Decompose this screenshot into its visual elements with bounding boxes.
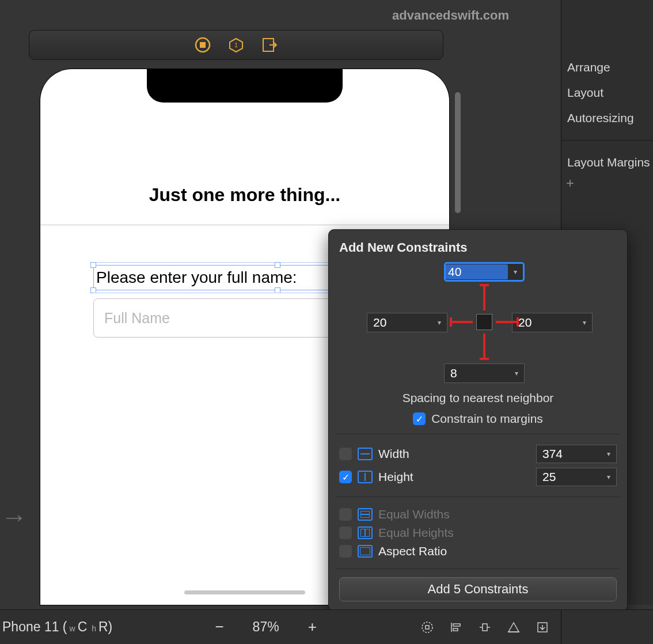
svg-rect-8 — [453, 624, 460, 626]
aspect-ratio-label: Aspect Ratio — [378, 544, 617, 558]
constrain-margins-label: Constrain to margins — [431, 412, 543, 426]
resize-handle[interactable] — [90, 262, 96, 268]
chevron-down-icon[interactable]: ▾ — [601, 450, 616, 458]
popover-separator — [336, 434, 620, 434]
add-constraints-button[interactable]: Add 5 Constraints — [339, 577, 617, 601]
chevron-down-icon[interactable]: ▾ — [509, 369, 524, 377]
strut-cap-icon — [517, 317, 519, 327]
inspector-margins-row[interactable]: Layout Margins — [561, 150, 653, 175]
height-value: 25 — [537, 470, 601, 484]
width-label: Width — [378, 447, 530, 461]
strut-cap-icon — [450, 317, 452, 327]
height-value-field[interactable]: 25 ▾ — [536, 468, 617, 486]
svg-rect-10 — [483, 624, 487, 631]
svg-rect-1 — [200, 42, 206, 48]
pin-strut-bottom[interactable] — [483, 334, 485, 359]
zoom-in-button[interactable]: + — [308, 618, 317, 636]
size-class-h: h — [89, 624, 96, 633]
pin-spacing-area: 40 ▾ 20 ▾ 20 ▾ 8 ▾ — [335, 262, 621, 389]
stop-debug-icon[interactable] — [194, 36, 211, 54]
zoom-level[interactable]: 87% — [253, 619, 279, 635]
width-value-field[interactable]: 374 ▾ — [536, 445, 617, 463]
popover-title: Add New Constraints — [335, 240, 621, 262]
aspect-ratio-icon — [358, 545, 373, 558]
height-checkbox[interactable]: ✓ — [339, 471, 352, 483]
pin-strut-right[interactable] — [496, 321, 518, 323]
popover-separator — [336, 569, 620, 569]
textfield-placeholder: Full Name — [104, 310, 170, 327]
width-checkbox[interactable] — [339, 448, 352, 460]
inspector-add-icon[interactable]: + — [561, 175, 653, 191]
zoom-out-button[interactable]: − — [215, 618, 223, 636]
inspector-bottom-strip — [561, 609, 653, 644]
svg-rect-9 — [453, 628, 458, 631]
nav-title-label: Just one more thing... — [40, 184, 449, 206]
left-spacing-value: 20 — [367, 316, 432, 329]
pin-icon[interactable] — [477, 619, 493, 635]
pin-strut-top[interactable] — [483, 285, 485, 310]
strut-cap-icon — [480, 358, 489, 360]
popover-separator — [336, 497, 620, 497]
chevron-down-icon[interactable]: ▾ — [508, 268, 523, 276]
chevron-down-icon[interactable]: ▾ — [577, 319, 592, 327]
bottom-spacing-value: 8 — [445, 366, 509, 380]
inspector-arrange-row[interactable]: Arrange — [561, 55, 653, 80]
svg-text:1: 1 — [234, 42, 238, 48]
size-class-w: w — [70, 624, 75, 633]
canvas-bottom-bar: Phone 11 ( w C h R) − 87% + — [0, 609, 561, 644]
inspector-autoresize-row[interactable]: Autoresizing — [561, 105, 653, 131]
pin-center-icon — [476, 314, 492, 330]
debug-exit-icon[interactable] — [261, 36, 278, 54]
resize-handle[interactable] — [275, 262, 280, 268]
right-spacing-field[interactable]: 20 ▾ — [512, 313, 593, 332]
svg-rect-6 — [426, 626, 429, 629]
left-spacing-field[interactable]: 20 ▾ — [367, 313, 447, 332]
height-icon — [358, 471, 373, 483]
chevron-down-icon[interactable]: ▾ — [601, 473, 616, 481]
resolve-issues-icon[interactable] — [506, 619, 522, 635]
top-spacing-field[interactable]: 40 ▾ — [444, 262, 525, 282]
size-class-h-value: R) — [98, 619, 112, 635]
device-notch — [147, 69, 343, 103]
device-name: Phone 11 ( — [2, 619, 67, 635]
constrain-margins-checkbox[interactable]: ✓ — [413, 412, 426, 425]
inspector-layout-row[interactable]: Layout — [561, 80, 653, 105]
height-label: Height — [378, 470, 530, 484]
equal-widths-checkbox[interactable] — [339, 508, 352, 521]
equal-heights-icon — [358, 526, 373, 539]
width-icon — [358, 448, 373, 460]
home-indicator — [184, 590, 305, 594]
svg-point-5 — [422, 622, 432, 632]
width-value: 374 — [537, 447, 601, 461]
debug-toolbar: 1 — [29, 30, 443, 60]
nav-separator — [40, 225, 449, 225]
equal-heights-label: Equal Heights — [378, 526, 617, 540]
svg-marker-13 — [508, 623, 519, 632]
bottom-spacing-field[interactable]: 8 ▾ — [444, 363, 525, 383]
embed-in-icon[interactable] — [534, 619, 551, 635]
spacing-caption: Spacing to nearest neighbor — [335, 391, 621, 405]
align-icon[interactable] — [448, 619, 464, 635]
update-frames-icon[interactable] — [419, 619, 435, 635]
pin-strut-left[interactable] — [451, 321, 473, 323]
canvas-arrow-icon[interactable]: → — [1, 501, 28, 532]
equal-widths-icon — [358, 508, 373, 521]
chevron-down-icon[interactable]: ▾ — [432, 319, 447, 327]
canvas-scrollbar[interactable] — [455, 92, 461, 213]
size-class-w-value: C — [78, 619, 88, 635]
device-selector[interactable]: Phone 11 ( w C h R) — [0, 619, 112, 635]
aspect-ratio-checkbox[interactable] — [339, 545, 352, 558]
strut-cap-icon — [480, 284, 489, 286]
inspector-separator — [561, 140, 653, 141]
watermark-text: advancedswift.com — [392, 8, 509, 23]
right-spacing-value: 20 — [512, 316, 577, 329]
top-spacing-value: 40 — [446, 264, 508, 279]
equal-heights-checkbox[interactable] — [339, 526, 352, 539]
equal-widths-label: Equal Widths — [378, 507, 617, 521]
debug-cube-icon[interactable]: 1 — [227, 36, 245, 54]
add-constraints-popover: Add New Constraints 40 ▾ 20 ▾ 20 ▾ 8 ▾ S… — [328, 229, 628, 611]
